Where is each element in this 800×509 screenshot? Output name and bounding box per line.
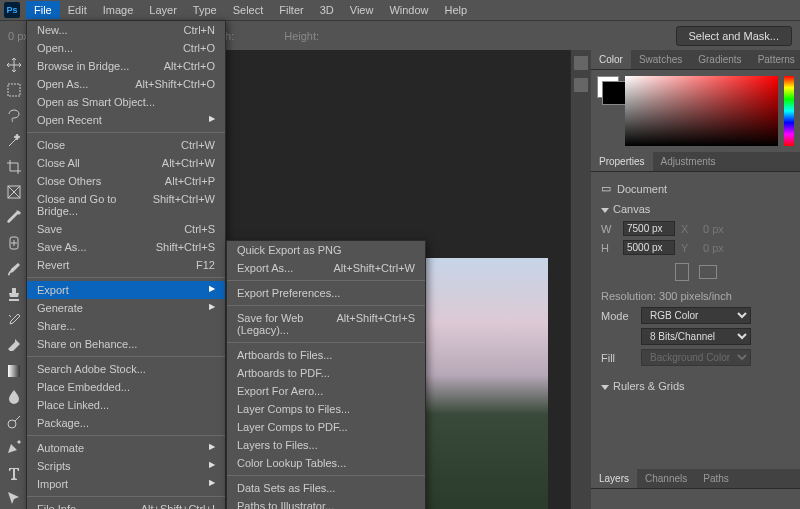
submenu-item: Data Sets as Files... <box>227 479 425 497</box>
menu-item[interactable]: CloseCtrl+W <box>27 136 225 154</box>
menu-item[interactable]: Share on Behance... <box>27 335 225 353</box>
menu-item[interactable]: Scripts▶ <box>27 457 225 475</box>
tab-swatches[interactable]: Swatches <box>631 50 690 69</box>
color-mode-select[interactable]: RGB Color <box>641 307 751 324</box>
eyedropper-tool-icon[interactable] <box>3 207 25 229</box>
hue-slider[interactable] <box>784 76 794 146</box>
menu-item[interactable]: Open as Smart Object... <box>27 93 225 111</box>
lasso-tool-icon[interactable] <box>3 105 25 127</box>
menu-view[interactable]: View <box>342 1 382 19</box>
x-key: X <box>681 223 697 235</box>
fill-select: Background Color <box>641 349 751 366</box>
bit-depth-select[interactable]: 8 Bits/Channel <box>641 328 751 345</box>
marquee-tool-icon[interactable] <box>3 80 25 102</box>
submenu-item[interactable]: Paths to Illustrator... <box>227 497 425 509</box>
submenu-item[interactable]: Export As...Alt+Shift+Ctrl+W <box>227 259 425 277</box>
y-value: 0 px <box>703 242 724 254</box>
menu-item[interactable]: SaveCtrl+S <box>27 220 225 238</box>
height-input[interactable] <box>623 240 675 255</box>
tab-paths[interactable]: Paths <box>695 469 737 488</box>
tab-color[interactable]: Color <box>591 50 631 69</box>
submenu-item[interactable]: Export Preferences... <box>227 284 425 302</box>
stamp-tool-icon[interactable] <box>3 284 25 306</box>
menu-item[interactable]: Open As...Alt+Shift+Ctrl+O <box>27 75 225 93</box>
tab-adjustments[interactable]: Adjustments <box>653 152 724 171</box>
export-submenu: Quick Export as PNGExport As...Alt+Shift… <box>226 240 426 509</box>
width-input[interactable] <box>623 221 675 236</box>
resolution-text: Resolution: 300 pixels/inch <box>601 287 790 305</box>
menu-item[interactable]: Place Linked... <box>27 396 225 414</box>
menu-item[interactable]: Import▶ <box>27 475 225 493</box>
menu-window[interactable]: Window <box>381 1 436 19</box>
photoshop-icon: Ps <box>4 2 20 18</box>
frame-tool-icon[interactable] <box>3 182 25 204</box>
menu-item[interactable]: Automate▶ <box>27 439 225 457</box>
tab-gradients[interactable]: Gradients <box>690 50 749 69</box>
chevron-down-icon[interactable] <box>601 385 609 390</box>
healing-tool-icon[interactable] <box>3 233 25 255</box>
properties-panel: ▭Document Canvas W X 0 px H Y 0 px Resol… <box>591 172 800 402</box>
menu-item[interactable]: Generate▶ <box>27 299 225 317</box>
submenu-item[interactable]: Export For Aero... <box>227 382 425 400</box>
menu-layer[interactable]: Layer <box>141 1 185 19</box>
history-brush-icon[interactable] <box>3 309 25 331</box>
submenu-item[interactable]: Save for Web (Legacy)...Alt+Shift+Ctrl+S <box>227 309 425 339</box>
menu-help[interactable]: Help <box>437 1 476 19</box>
submenu-item[interactable]: Layers to Files... <box>227 436 425 454</box>
color-picker[interactable] <box>625 76 778 146</box>
dodge-tool-icon[interactable] <box>3 411 25 433</box>
gradient-tool-icon[interactable] <box>3 360 25 382</box>
menu-item[interactable]: Open...Ctrl+O <box>27 39 225 57</box>
submenu-item: Artboards to Files... <box>227 346 425 364</box>
document-label: Document <box>617 183 667 195</box>
submenu-item[interactable]: Color Lookup Tables... <box>227 454 425 472</box>
menu-select[interactable]: Select <box>225 1 272 19</box>
tab-properties[interactable]: Properties <box>591 152 653 171</box>
menu-item[interactable]: RevertF12 <box>27 256 225 274</box>
menu-item[interactable]: Close and Go to Bridge...Shift+Ctrl+W <box>27 190 225 220</box>
path-tool-icon[interactable] <box>3 488 25 510</box>
menu-image[interactable]: Image <box>95 1 142 19</box>
type-tool-icon[interactable] <box>3 462 25 484</box>
crop-tool-icon[interactable] <box>3 156 25 178</box>
menu-item[interactable]: New...Ctrl+N <box>27 21 225 39</box>
orientation-portrait-icon[interactable] <box>675 263 689 281</box>
svg-rect-3 <box>8 365 20 377</box>
menu-type[interactable]: Type <box>185 1 225 19</box>
brush-tool-icon[interactable] <box>3 258 25 280</box>
mode-label: Mode <box>601 310 635 322</box>
color-panel <box>591 70 800 152</box>
menu-item[interactable]: Share... <box>27 317 225 335</box>
menu-item: Close OthersAlt+Ctrl+P <box>27 172 225 190</box>
blur-tool-icon[interactable] <box>3 386 25 408</box>
collapsed-tab-icon[interactable] <box>574 56 588 70</box>
menu-item[interactable]: Close AllAlt+Ctrl+W <box>27 154 225 172</box>
rulers-section-label: Rulers & Grids <box>613 380 685 392</box>
orientation-landscape-icon[interactable] <box>699 265 717 279</box>
tab-channels[interactable]: Channels <box>637 469 695 488</box>
menu-item[interactable]: Browse in Bridge...Alt+Ctrl+O <box>27 57 225 75</box>
menu-item[interactable]: File Info...Alt+Shift+Ctrl+I <box>27 500 225 509</box>
tab-patterns[interactable]: Patterns <box>750 50 800 69</box>
collapsed-panel-tabs <box>571 50 591 509</box>
menu-item[interactable]: Place Embedded... <box>27 378 225 396</box>
foreground-background-swatch[interactable] <box>597 76 619 98</box>
menu-item[interactable]: Export▶ <box>27 281 225 299</box>
menu-item[interactable]: Save As...Shift+Ctrl+S <box>27 238 225 256</box>
pen-tool-icon[interactable] <box>3 437 25 459</box>
collapsed-tab-icon[interactable] <box>574 78 588 92</box>
select-and-mask-button[interactable]: Select and Mask... <box>676 26 793 46</box>
menu-filter[interactable]: Filter <box>271 1 311 19</box>
menu-3d[interactable]: 3D <box>312 1 342 19</box>
wand-tool-icon[interactable] <box>3 131 25 153</box>
move-tool-icon[interactable] <box>3 54 25 76</box>
submenu-item: Layer Comps to Files... <box>227 400 425 418</box>
menu-item[interactable]: Search Adobe Stock... <box>27 360 225 378</box>
submenu-item[interactable]: Quick Export as PNG <box>227 241 425 259</box>
tab-layers[interactable]: Layers <box>591 469 637 488</box>
chevron-down-icon[interactable] <box>601 208 609 213</box>
eraser-tool-icon[interactable] <box>3 335 25 357</box>
menu-edit[interactable]: Edit <box>60 1 95 19</box>
menu-file[interactable]: File <box>26 1 60 19</box>
menu-item[interactable]: Open Recent▶ <box>27 111 225 129</box>
